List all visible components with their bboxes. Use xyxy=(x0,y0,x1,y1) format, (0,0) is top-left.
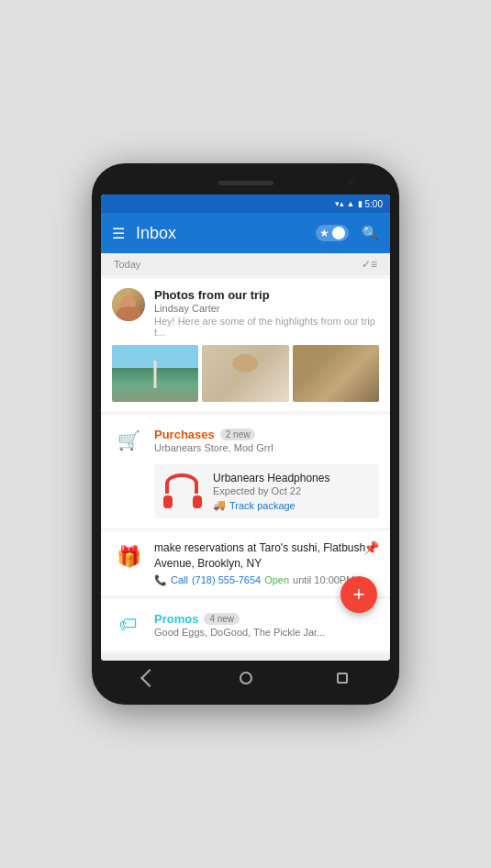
status-icons: ▾▴ ▲ ▮ 5:00 xyxy=(335,199,383,209)
reminder-phone: (718) 555-7654 xyxy=(192,574,261,585)
trip-thumb-3 xyxy=(293,345,379,402)
star-toggle-button[interactable]: ★ xyxy=(316,225,349,241)
promos-title: Promos xyxy=(154,612,198,626)
promos-title-row: Promos 4 new xyxy=(154,612,325,626)
yesterday-section-header: Yesterday ✓≡ xyxy=(101,654,390,661)
toggle-ball xyxy=(332,227,345,239)
content-area: Today ✓≡ Photos from our trip Lindsay Ca… xyxy=(101,253,390,661)
purchases-title: Purchases xyxy=(154,428,215,441)
purchases-header: 🛒 Purchases 2 new Urbanears Store, Mod G… xyxy=(112,424,379,457)
cart-icon: 🛒 xyxy=(117,429,140,451)
today-section-header: Today ✓≡ xyxy=(101,253,390,275)
nav-home-button[interactable] xyxy=(223,672,269,684)
headphone-ear-left xyxy=(163,495,173,508)
trip-email-card[interactable]: Photos from our trip Lindsay Carter Hey!… xyxy=(101,279,390,411)
tracking-title: Urbanears Headphones xyxy=(213,472,329,484)
status-bar: ▾▴ ▲ ▮ 5:00 xyxy=(101,195,390,213)
purchases-badge: 2 new xyxy=(220,428,256,440)
purchases-card[interactable]: 🛒 Purchases 2 new Urbanears Store, Mod G… xyxy=(101,415,390,528)
promos-icon-wrap: 🏷 xyxy=(112,608,145,641)
trip-thumb-1 xyxy=(112,345,198,402)
app-title: Inbox xyxy=(136,224,305,243)
promos-badge: 4 new xyxy=(204,613,240,625)
tracking-card[interactable]: Urbanears Headphones Expected by Oct 22 … xyxy=(154,464,379,518)
nav-back-button[interactable] xyxy=(127,672,173,684)
speaker-grill xyxy=(218,181,273,185)
phone-icon: 📞 xyxy=(154,574,167,586)
trip-sender: Lindsay Carter xyxy=(154,303,379,314)
search-icon[interactable]: 🔍 xyxy=(362,225,379,241)
app-bar: ☰ Inbox ★ 🔍 xyxy=(101,213,390,253)
check-all-icon[interactable]: ✓≡ xyxy=(362,258,377,271)
call-label[interactable]: Call xyxy=(171,574,188,585)
headphones-image xyxy=(163,473,204,510)
tracking-info: Urbanears Headphones Expected by Oct 22 … xyxy=(213,472,329,511)
signal-icon: ▲ xyxy=(347,199,355,208)
star-icon: ★ xyxy=(319,227,329,239)
phone-bottom-nav xyxy=(101,661,390,694)
promos-header: 🏷 Promos 4 new Good Eggs, DoGood, The Pi… xyxy=(112,608,379,641)
purchases-title-row: Purchases 2 new xyxy=(154,428,273,441)
yesterday-check-all-icon[interactable]: ✓≡ xyxy=(362,659,377,661)
promos-subtitle: Good Eggs, DoGood, The Pickle Jar... xyxy=(154,627,325,638)
tag-icon: 🏷 xyxy=(119,614,138,635)
purchases-text: Purchases 2 new Urbanears Store, Mod Grr… xyxy=(154,428,273,453)
reminder-open-status: Open xyxy=(264,574,289,585)
reminder-content: make reservations at Taro's sushi, Flatb… xyxy=(154,540,379,586)
purchases-subtitle: Urbanears Store, Mod Grrl xyxy=(154,442,273,453)
fab-plus-icon: + xyxy=(353,584,365,605)
avatar xyxy=(112,288,145,321)
trip-email-meta: Photos from our trip Lindsay Carter Hey!… xyxy=(154,288,379,338)
purchases-icon-wrap: 🛒 xyxy=(112,424,145,457)
pin-icon: 📌 xyxy=(363,540,379,555)
phone-top-bar xyxy=(101,174,390,191)
reminder-title: make reservations at Taro's sushi, Flatb… xyxy=(154,540,379,572)
trip-subject: Photos from our trip xyxy=(154,288,379,302)
today-label: Today xyxy=(114,259,140,270)
wifi-icon: ▾▴ xyxy=(335,199,344,208)
headphone-arc xyxy=(165,473,198,494)
home-icon xyxy=(240,672,252,684)
avatar-face xyxy=(112,288,145,321)
promos-text: Promos 4 new Good Eggs, DoGood, The Pick… xyxy=(154,612,325,638)
trip-preview: Hey! Here are some of the highlights fro… xyxy=(154,316,379,338)
app-bar-actions: ★ 🔍 xyxy=(316,225,379,241)
back-icon xyxy=(140,669,159,687)
battery-icon: ▮ xyxy=(358,199,363,208)
reminder-icon-wrap: 🎁 xyxy=(112,540,145,573)
nav-recent-button[interactable] xyxy=(319,673,365,684)
trip-email-header: Photos from our trip Lindsay Carter Hey!… xyxy=(112,288,379,338)
truck-icon: 🚚 xyxy=(213,499,226,511)
compose-fab[interactable]: + xyxy=(340,576,377,613)
reminder-icon: 🎁 xyxy=(117,545,141,569)
phone-shell: ▾▴ ▲ ▮ 5:00 ☰ Inbox ★ 🔍 Today ✓≡ xyxy=(92,163,399,705)
track-label: Track package xyxy=(229,500,296,511)
yesterday-label: Yesterday xyxy=(114,660,159,661)
track-link[interactable]: 🚚 Track package xyxy=(213,499,329,511)
trip-email-images xyxy=(112,345,379,402)
recent-icon xyxy=(337,673,348,684)
hamburger-menu-icon[interactable]: ☰ xyxy=(112,225,125,242)
status-time: 5:00 xyxy=(365,199,383,209)
tracking-date: Expected by Oct 22 xyxy=(213,485,329,496)
headphone-ear-right xyxy=(193,495,202,508)
trip-thumb-2 xyxy=(202,345,288,402)
screen: ▾▴ ▲ ▮ 5:00 ☰ Inbox ★ 🔍 Today ✓≡ xyxy=(101,195,390,661)
front-camera xyxy=(348,180,353,185)
